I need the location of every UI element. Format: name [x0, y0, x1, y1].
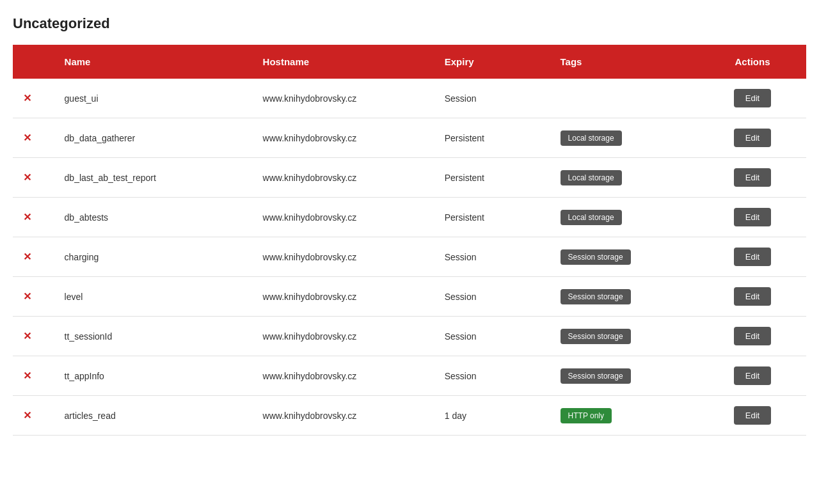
col-header-name: Name — [54, 45, 253, 79]
edit-button[interactable]: Edit — [734, 168, 771, 187]
actions-cell: Edit — [699, 317, 806, 356]
cookie-tags: Session storage — [550, 356, 699, 396]
cookie-name: tt_appInfo — [54, 356, 253, 396]
actions-cell: Edit — [699, 198, 806, 237]
tag-badge: Session storage — [561, 329, 631, 344]
delete-cell: ✕ — [13, 79, 54, 118]
delete-cell: ✕ — [13, 118, 54, 158]
cookie-tags: Local storage — [550, 158, 699, 198]
col-header-expiry: Expiry — [434, 45, 550, 79]
cookie-tags: Session storage — [550, 237, 699, 277]
tag-badge: Local storage — [561, 170, 622, 185]
cookie-tags: Local storage — [550, 198, 699, 237]
edit-button[interactable]: Edit — [734, 208, 771, 226]
table-row: ✕tt_appInfowww.knihydobrovsky.czSessionS… — [13, 356, 806, 396]
cookie-expiry: 1 day — [434, 396, 550, 436]
cookie-hostname: www.knihydobrovsky.cz — [253, 198, 434, 237]
cookie-tags: Session storage — [550, 317, 699, 356]
cookie-name: db_abtests — [54, 198, 253, 237]
cookie-expiry: Session — [434, 237, 550, 277]
delete-icon[interactable]: ✕ — [23, 132, 31, 144]
edit-button[interactable]: Edit — [734, 248, 771, 266]
cookie-hostname: www.knihydobrovsky.cz — [253, 277, 434, 317]
actions-cell: Edit — [699, 118, 806, 158]
cookie-name: articles_read — [54, 396, 253, 436]
delete-cell: ✕ — [13, 396, 54, 436]
table-row: ✕tt_sessionIdwww.knihydobrovsky.czSessio… — [13, 317, 806, 356]
tag-badge: Session storage — [561, 249, 631, 265]
col-header-actions: Actions — [699, 45, 806, 79]
cookie-expiry: Session — [434, 356, 550, 396]
cookie-expiry: Session — [434, 277, 550, 317]
tag-badge: Session storage — [561, 368, 631, 384]
cookie-tags: Local storage — [550, 118, 699, 158]
cookie-name: db_data_gatherer — [54, 118, 253, 158]
edit-button[interactable]: Edit — [734, 406, 771, 425]
cookie-name: level — [54, 277, 253, 317]
cookie-expiry: Session — [434, 317, 550, 356]
actions-cell: Edit — [699, 356, 806, 396]
table-row: ✕guest_uiwww.knihydobrovsky.czSessionEdi… — [13, 79, 806, 118]
col-header-delete — [13, 45, 54, 79]
edit-button[interactable]: Edit — [734, 366, 771, 385]
tag-badge: Local storage — [561, 210, 622, 225]
delete-cell: ✕ — [13, 277, 54, 317]
cookie-name: guest_ui — [54, 79, 253, 118]
cookie-tags — [550, 79, 699, 118]
cookie-expiry: Persistent — [434, 118, 550, 158]
delete-cell: ✕ — [13, 237, 54, 277]
table-row: ✕db_data_gathererwww.knihydobrovsky.czPe… — [13, 118, 806, 158]
cookies-table: Name Hostname Expiry Tags Actions ✕guest… — [13, 45, 806, 436]
table-row: ✕levelwww.knihydobrovsky.czSessionSessio… — [13, 277, 806, 317]
table-row: ✕db_last_ab_test_reportwww.knihydobrovsk… — [13, 158, 806, 198]
cookie-expiry: Persistent — [434, 198, 550, 237]
edit-button[interactable]: Edit — [734, 287, 771, 306]
delete-icon[interactable]: ✕ — [23, 290, 31, 303]
col-header-tags: Tags — [550, 45, 699, 79]
col-header-hostname: Hostname — [253, 45, 434, 79]
cookie-name: tt_sessionId — [54, 317, 253, 356]
tag-badge: Local storage — [561, 130, 622, 146]
tag-badge: HTTP only — [561, 408, 612, 423]
cookie-tags: HTTP only — [550, 396, 699, 436]
delete-icon[interactable]: ✕ — [23, 409, 31, 421]
cookie-hostname: www.knihydobrovsky.cz — [253, 356, 434, 396]
cookie-hostname: www.knihydobrovsky.cz — [253, 79, 434, 118]
delete-icon[interactable]: ✕ — [23, 92, 31, 104]
cookie-hostname: www.knihydobrovsky.cz — [253, 317, 434, 356]
actions-cell: Edit — [699, 79, 806, 118]
delete-cell: ✕ — [13, 158, 54, 198]
cookie-expiry: Persistent — [434, 158, 550, 198]
page-title: Uncategorized — [13, 15, 806, 32]
delete-cell: ✕ — [13, 198, 54, 237]
cookie-hostname: www.knihydobrovsky.cz — [253, 118, 434, 158]
tag-badge: Session storage — [561, 289, 631, 304]
cookie-hostname: www.knihydobrovsky.cz — [253, 396, 434, 436]
delete-cell: ✕ — [13, 317, 54, 356]
cookie-name: db_last_ab_test_report — [54, 158, 253, 198]
cookie-name: charging — [54, 237, 253, 277]
delete-icon[interactable]: ✕ — [23, 370, 31, 382]
actions-cell: Edit — [699, 237, 806, 277]
delete-icon[interactable]: ✕ — [23, 171, 31, 184]
edit-button[interactable]: Edit — [734, 129, 771, 147]
delete-icon[interactable]: ✕ — [23, 330, 31, 342]
cookie-hostname: www.knihydobrovsky.cz — [253, 158, 434, 198]
table-row: ✕articles_readwww.knihydobrovsky.cz1 day… — [13, 396, 806, 436]
cookie-hostname: www.knihydobrovsky.cz — [253, 237, 434, 277]
actions-cell: Edit — [699, 277, 806, 317]
cookie-tags: Session storage — [550, 277, 699, 317]
delete-icon[interactable]: ✕ — [23, 211, 31, 223]
delete-cell: ✕ — [13, 356, 54, 396]
cookie-expiry: Session — [434, 79, 550, 118]
edit-button[interactable]: Edit — [734, 89, 771, 107]
delete-icon[interactable]: ✕ — [23, 251, 31, 263]
actions-cell: Edit — [699, 158, 806, 198]
table-row: ✕chargingwww.knihydobrovsky.czSessionSes… — [13, 237, 806, 277]
actions-cell: Edit — [699, 396, 806, 436]
table-row: ✕db_abtestswww.knihydobrovsky.czPersiste… — [13, 198, 806, 237]
edit-button[interactable]: Edit — [734, 327, 771, 345]
